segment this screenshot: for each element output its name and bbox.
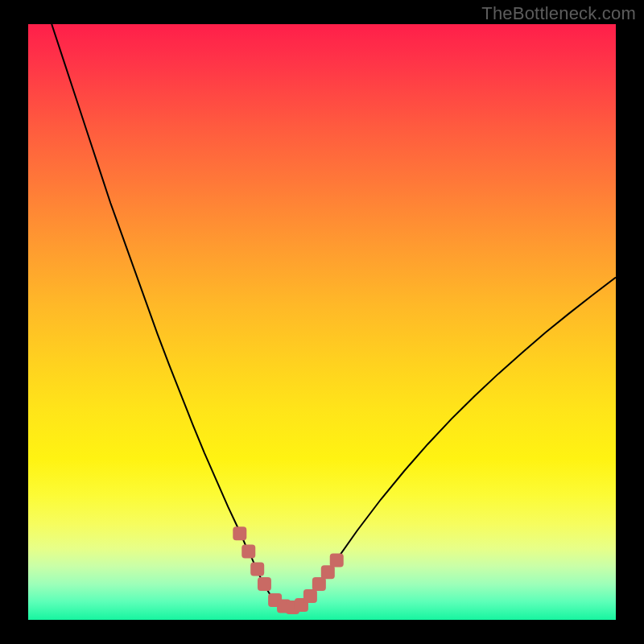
marker-left-3 bbox=[258, 577, 271, 591]
marker-left-1 bbox=[242, 544, 255, 558]
marker-right-1 bbox=[303, 589, 317, 603]
marker-left-upper bbox=[233, 526, 246, 540]
plot-area bbox=[28, 24, 616, 620]
marker-right-3 bbox=[321, 565, 335, 579]
watermark-text: TheBottleneck.com bbox=[481, 3, 636, 24]
curve-markers bbox=[233, 526, 343, 614]
marker-left-2 bbox=[250, 563, 264, 576]
marker-right-upper bbox=[330, 554, 344, 568]
chart-svg bbox=[28, 24, 616, 620]
bottleneck-curve bbox=[52, 24, 616, 608]
marker-right-2 bbox=[312, 577, 326, 591]
chart-frame: TheBottleneck.com bbox=[0, 0, 644, 644]
